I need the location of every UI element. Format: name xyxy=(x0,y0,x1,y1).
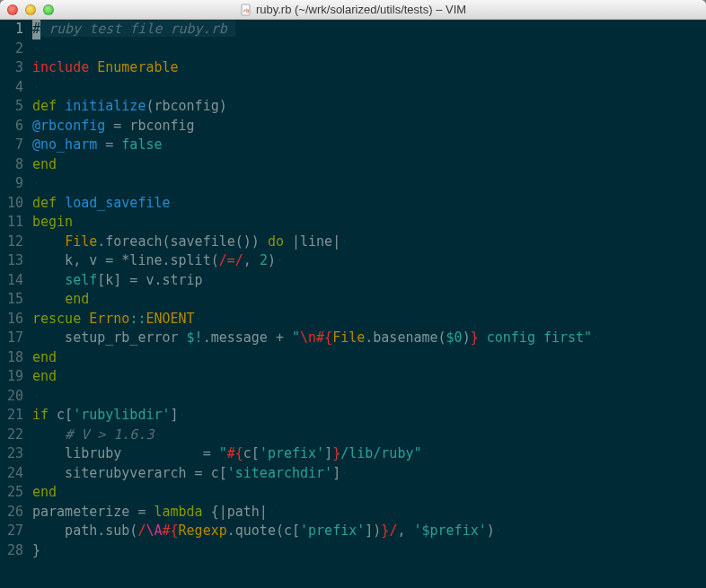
code-line[interactable]: begin· xyxy=(32,213,706,233)
line-number: 2 xyxy=(0,39,23,59)
line-number: 22 xyxy=(0,426,23,445)
code-line[interactable]: parameterize = lambda {|path|· xyxy=(32,503,706,522)
line-number: 6 xyxy=(0,117,23,136)
code-line[interactable]: def load_savefile· xyxy=(32,194,706,214)
code-line[interactable]: # ruby test file ruby.rb¬ xyxy=(32,20,706,39)
code-line[interactable]: }· xyxy=(32,541,706,561)
line-number-gutter: 1234567891011121314151617181920212223242… xyxy=(0,20,29,569)
line-number: 4 xyxy=(0,78,23,98)
code-line[interactable]: end· xyxy=(32,483,706,503)
line-number: 28 xyxy=(0,541,23,561)
line-number: 8 xyxy=(0,155,23,175)
line-number: 17 xyxy=(0,329,23,348)
line-number: 27 xyxy=(0,522,23,541)
line-number: 10 xyxy=(0,194,23,214)
zoom-button[interactable] xyxy=(43,4,54,15)
code-line[interactable]: File.foreach(savefile()) do |line|· xyxy=(32,233,706,252)
line-number: 13 xyxy=(0,251,23,271)
editor[interactable]: 1234567891011121314151617181920212223242… xyxy=(0,20,706,588)
code-line[interactable]: include Enumerable· xyxy=(32,58,706,78)
code-line[interactable]: def initialize(rbconfig)· xyxy=(32,97,706,117)
line-number: 15 xyxy=(0,290,23,310)
line-number: 9 xyxy=(0,174,23,194)
window: rb ruby.rb (~/wrk/solarized/utils/tests)… xyxy=(0,0,706,588)
line-number: 3 xyxy=(0,58,23,78)
line-number: 18 xyxy=(0,348,23,368)
code-line[interactable]: if c['rubylibdir']· xyxy=(32,406,706,426)
file-icon: rb xyxy=(240,4,252,16)
minimize-button[interactable] xyxy=(25,4,36,15)
line-number: 23 xyxy=(0,444,23,464)
code-line[interactable]: · xyxy=(32,78,706,98)
code-line[interactable]: libruby = "#{c['prefix']}/lib/ruby"· xyxy=(32,444,706,464)
line-number: 26 xyxy=(0,503,23,522)
code-line[interactable]: @no_harm = false· xyxy=(32,136,706,155)
code-line[interactable]: end· xyxy=(32,155,706,175)
line-number: 11 xyxy=(0,213,23,233)
code-line[interactable]: · xyxy=(32,387,706,407)
code-line[interactable]: self[k] = v.strip· xyxy=(32,271,706,291)
window-title-wrap: rb ruby.rb (~/wrk/solarized/utils/tests)… xyxy=(0,3,706,16)
line-number: 24 xyxy=(0,464,23,484)
line-number: 14 xyxy=(0,271,23,291)
window-title: ruby.rb (~/wrk/solarized/utils/tests) – … xyxy=(256,3,466,16)
close-button[interactable] xyxy=(7,4,18,15)
code-line[interactable]: end· xyxy=(32,348,706,368)
line-number: 5 xyxy=(0,97,23,117)
code-line[interactable]: # V > 1.6.3· xyxy=(32,426,706,445)
titlebar: rb ruby.rb (~/wrk/solarized/utils/tests)… xyxy=(0,0,706,20)
cursor: # xyxy=(32,20,40,39)
code-line[interactable]: end· xyxy=(32,367,706,387)
line-number: 7 xyxy=(0,136,23,155)
line-number: 1 xyxy=(0,20,23,39)
line-number: 16 xyxy=(0,310,23,329)
code-line[interactable]: k, v = *line.split(/=/, 2)· xyxy=(32,251,706,271)
line-number: 21 xyxy=(0,406,23,426)
line-number: 20 xyxy=(0,387,23,407)
status-line: ~/wrk/solarized/utils/tests/ruby.rb[49][… xyxy=(0,569,706,588)
code-line[interactable]: path.sub(/\A#{Regexp.quote(c['prefix'])}… xyxy=(32,522,706,541)
code-line[interactable]: @rbconfig = rbconfig· xyxy=(32,117,706,136)
code-line[interactable]: · xyxy=(32,174,706,194)
code-line[interactable]: siterubyverarch = c['sitearchdir']· xyxy=(32,464,706,484)
code-line[interactable]: setup_rb_error $!.message + "\n#{File.ba… xyxy=(32,329,706,348)
code-line[interactable]: · xyxy=(32,39,706,59)
code-line[interactable]: rescue Errno::ENOENT· xyxy=(32,310,706,329)
svg-text:rb: rb xyxy=(243,7,250,13)
traffic-lights xyxy=(7,4,54,15)
code-area[interactable]: # ruby test file ruby.rb¬·include Enumer… xyxy=(32,20,706,569)
line-number: 12 xyxy=(0,233,23,252)
line-number: 19 xyxy=(0,367,23,387)
line-number: 25 xyxy=(0,483,23,503)
svg-rect-0 xyxy=(242,4,250,15)
code-line[interactable]: end· xyxy=(32,290,706,310)
